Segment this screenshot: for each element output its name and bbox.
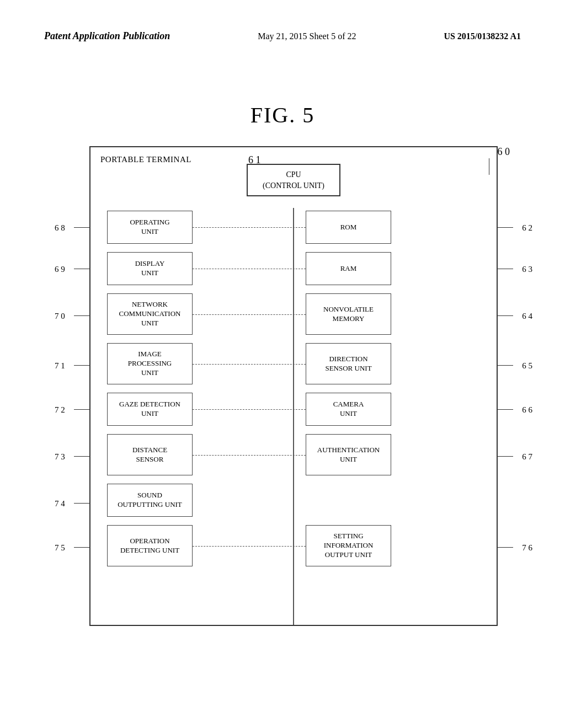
- label-73: 7 3: [55, 452, 65, 462]
- connector-5: [193, 409, 306, 410]
- network-comm-unit-label: NETWORKCOMMUNICATIONUNIT: [119, 300, 181, 328]
- label-62: 6 2: [522, 223, 532, 233]
- cpu-label: CPU(CONTROL UNIT): [263, 170, 324, 190]
- rom-box: ROM: [306, 211, 391, 244]
- connector-2: [193, 269, 306, 269]
- authentication-unit-label: AUTHENTICATIONUNIT: [317, 446, 380, 464]
- line-71: [74, 365, 90, 366]
- label-68: 6 8: [55, 223, 65, 233]
- operation-detecting-unit-box: OPERATIONDETECTING UNIT: [107, 525, 193, 566]
- line-69: [74, 269, 90, 269]
- label-60: 6 0: [498, 146, 510, 158]
- line-73: [74, 456, 90, 457]
- patent-number: US 2015/0138232 A1: [444, 31, 521, 41]
- connector-1: [193, 227, 306, 228]
- label-70: 7 0: [55, 312, 65, 321]
- direction-sensor-unit-box: DIRECTIONSENSOR UNIT: [306, 343, 391, 384]
- setting-info-output-unit-label: SETTINGINFORMATIONOUTPUT UNIT: [324, 532, 374, 560]
- line-74: [74, 503, 90, 504]
- line-72: [74, 409, 90, 410]
- label-64: 6 4: [522, 312, 532, 321]
- authentication-unit-box: AUTHENTICATIONUNIT: [306, 434, 391, 475]
- display-unit-label: DISPLAYUNIT: [135, 259, 165, 278]
- line-70: [74, 315, 90, 316]
- label-67: 6 7: [522, 452, 532, 462]
- sound-outputting-unit-box: SOUNDOUTPUTTING UNIT: [107, 484, 193, 517]
- line-75: [74, 547, 90, 548]
- line-64: [497, 315, 513, 316]
- connector-6: [193, 455, 306, 456]
- line-65: [497, 365, 513, 366]
- image-processing-unit-box: IMAGEPROCESSINGUNIT: [107, 343, 193, 384]
- line-67: [497, 456, 513, 457]
- label-66: 6 6: [522, 405, 532, 415]
- line-63: [497, 269, 513, 269]
- rom-label: ROM: [340, 223, 357, 232]
- outer-box: PORTABLE TERMINAL CPU(CONTROL UNIT) OPER…: [89, 146, 498, 626]
- distance-sensor-box: DISTANCESENSOR: [107, 434, 193, 475]
- label-75: 7 5: [55, 543, 65, 553]
- operating-unit-label: OPERATINGUNIT: [130, 218, 169, 237]
- connector-4: [193, 364, 306, 365]
- connector-8: [193, 546, 306, 547]
- label-74: 7 4: [55, 499, 65, 508]
- label-69: 6 9: [55, 265, 65, 274]
- publication-label: Patent Application Publication: [44, 30, 170, 42]
- line-76: [497, 547, 513, 548]
- operating-unit-box: OPERATINGUNIT: [107, 211, 193, 244]
- display-unit-box: DISPLAYUNIT: [107, 252, 193, 285]
- line-62: [497, 227, 513, 228]
- cpu-box: CPU(CONTROL UNIT): [247, 164, 340, 196]
- label-72: 7 2: [55, 405, 65, 415]
- gaze-detection-unit-label: GAZE DETECTIONUNIT: [119, 400, 180, 419]
- figure-title: FIG. 5: [0, 102, 565, 128]
- label-65: 6 5: [522, 361, 532, 371]
- direction-sensor-unit-label: DIRECTIONSENSOR UNIT: [325, 355, 371, 373]
- portable-terminal-label: PORTABLE TERMINAL: [100, 155, 191, 164]
- page-header: Patent Application Publication May 21, 2…: [44, 30, 521, 42]
- operation-detecting-unit-label: OPERATIONDETECTING UNIT: [120, 537, 179, 555]
- camera-unit-label: CAMERAUNIT: [333, 400, 364, 419]
- line-68: [74, 227, 90, 228]
- connector-3: [193, 314, 306, 315]
- nonvolatile-memory-box: NONVOLATILEMEMORY: [306, 293, 391, 335]
- ram-box: RAM: [306, 252, 391, 285]
- ram-label: RAM: [340, 264, 357, 274]
- sound-outputting-unit-label: SOUNDOUTPUTTING UNIT: [118, 491, 182, 510]
- label-63: 6 3: [522, 265, 532, 274]
- distance-sensor-label: DISTANCESENSOR: [132, 446, 167, 464]
- setting-info-output-unit-box: SETTINGINFORMATIONOUTPUT UNIT: [306, 525, 391, 566]
- gaze-detection-unit-box: GAZE DETECTIONUNIT: [107, 393, 193, 426]
- center-divider: [293, 208, 294, 625]
- label-76: 7 6: [522, 543, 532, 553]
- line-66: [497, 409, 513, 410]
- sheet-info: May 21, 2015 Sheet 5 of 22: [258, 31, 356, 41]
- nonvolatile-memory-label: NONVOLATILEMEMORY: [323, 305, 374, 324]
- network-comm-unit-box: NETWORKCOMMUNICATIONUNIT: [107, 293, 193, 335]
- label-71: 7 1: [55, 361, 65, 371]
- image-processing-unit-label: IMAGEPROCESSINGUNIT: [128, 350, 172, 378]
- diagram-area: 6 0 6 1 PORTABLE TERMINAL CPU(CONTROL UN…: [66, 146, 521, 626]
- camera-unit-box: CAMERAUNIT: [306, 393, 391, 426]
